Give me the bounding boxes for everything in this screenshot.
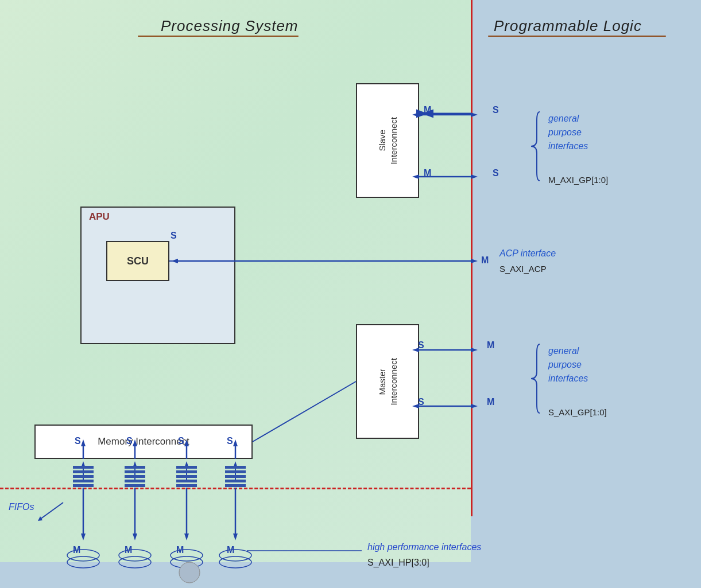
s-axi-acp-label: S_AXI_ACP xyxy=(499,264,547,274)
master-s-label-1: S xyxy=(418,340,424,351)
memory-interconnect-label: Memory Interconnect xyxy=(98,436,189,447)
ps-title-underline xyxy=(138,36,299,37)
s-axi-gp-label: S_AXI_GP[1:0] xyxy=(548,407,607,417)
apu-label: APU xyxy=(89,211,110,223)
pl-title-underline xyxy=(488,36,666,37)
slave-interconnect-box: SlaveInterconnect xyxy=(356,83,419,198)
master-m-label-2: M xyxy=(487,397,494,407)
master-interconnect-label: MasterInterconnect xyxy=(377,358,399,406)
fifo-m-4: M xyxy=(227,545,234,555)
slave-s-label-2: S xyxy=(493,168,499,178)
scu-s-label: S xyxy=(171,231,177,241)
master-interconnect-box: MasterInterconnect xyxy=(356,324,419,439)
slave-interconnect-label: SlaveInterconnect xyxy=(377,117,399,165)
slave-m-label-1: M xyxy=(424,105,431,115)
slave-m-label-2: M xyxy=(424,168,431,178)
hp-interfaces-label: high performance interfaces xyxy=(367,542,481,552)
scu-box: SCU xyxy=(106,241,169,281)
fifos-label: FIFOs xyxy=(9,502,34,512)
programmable-logic-area xyxy=(471,0,701,588)
slave-s-label-1: S xyxy=(493,105,499,115)
m-axi-gp-label: M_AXI_GP[1:0] xyxy=(548,175,608,185)
memory-interconnect-box: Memory Interconnect xyxy=(34,425,253,459)
fifo-m-3: M xyxy=(176,545,184,555)
fifo-m-2: M xyxy=(125,545,132,555)
svg-point-74 xyxy=(179,562,200,583)
mem-s-4: S xyxy=(227,436,233,446)
fifo-m-1: M xyxy=(73,545,80,555)
red-horizontal-divider xyxy=(0,488,471,489)
s-axi-hp-label: S_AXI_HP[3:0] xyxy=(367,558,429,568)
scu-label: SCU xyxy=(127,255,149,267)
master-s-label-2: S xyxy=(418,397,424,407)
master-m-label-1: M xyxy=(487,340,494,351)
gp-interfaces-label-2: generalpurposeinterfaces xyxy=(548,344,588,385)
mem-s-3: S xyxy=(178,436,184,446)
gp-interfaces-label-1: generalpurposeinterfaces xyxy=(548,112,588,153)
red-vertical-divider xyxy=(471,0,473,516)
processing-system-title: Processing System xyxy=(161,17,299,35)
acp-m-label: M xyxy=(481,255,489,266)
programmable-logic-title: Programmable Logic xyxy=(494,17,642,35)
acp-interface-label: ACP interface xyxy=(499,247,556,260)
mem-s-1: S xyxy=(75,436,81,446)
mem-s-2: S xyxy=(126,436,133,446)
